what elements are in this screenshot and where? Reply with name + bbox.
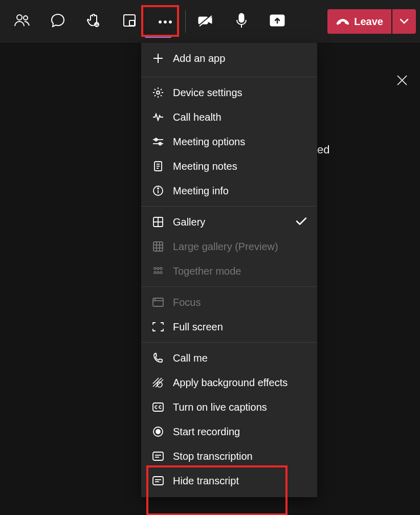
svg-point-9 xyxy=(169,21,172,24)
raise-hand-button[interactable] xyxy=(76,0,112,43)
menu-meeting-options[interactable]: Meeting options xyxy=(141,129,317,154)
raise-hand-icon xyxy=(86,13,101,30)
grid-2x2-icon xyxy=(152,216,164,228)
people-icon xyxy=(14,14,30,29)
share-screen-icon xyxy=(270,14,285,29)
menu-label: Start recording xyxy=(173,426,240,438)
menu-label: Hide transcript xyxy=(173,475,239,487)
svg-rect-58 xyxy=(153,477,163,485)
menu-gallery[interactable]: Gallery xyxy=(141,210,317,234)
svg-point-3 xyxy=(96,24,96,24)
menu-call-me[interactable]: Call me xyxy=(141,346,317,370)
menu-label: Stop transcription xyxy=(173,451,253,462)
leave-label: Leave xyxy=(354,16,383,28)
menu-label: Call me xyxy=(173,352,208,364)
menu-label: Large gallery (Preview) xyxy=(173,241,278,253)
breakout-rooms-icon xyxy=(123,14,136,29)
svg-point-54 xyxy=(156,430,160,434)
svg-point-30 xyxy=(158,188,159,189)
svg-rect-34 xyxy=(153,242,163,251)
grid-3x3-icon xyxy=(152,241,164,252)
svg-point-42 xyxy=(154,272,156,274)
focus-icon xyxy=(152,297,164,308)
chat-button[interactable] xyxy=(40,0,76,43)
svg-point-39 xyxy=(154,267,156,270)
chat-icon xyxy=(51,13,65,30)
breakout-rooms-button[interactable] xyxy=(112,0,147,43)
svg-point-0 xyxy=(17,15,22,20)
camera-off-icon xyxy=(198,14,213,29)
phone-icon xyxy=(152,352,164,364)
leave-button[interactable]: Leave xyxy=(327,9,391,34)
meeting-toolbar: Leave xyxy=(0,0,420,43)
svg-point-43 xyxy=(157,272,159,274)
active-underline xyxy=(145,36,171,38)
svg-point-41 xyxy=(160,267,162,270)
mic-icon xyxy=(236,13,247,30)
svg-point-1 xyxy=(24,16,28,20)
menu-label: Turn on live captions xyxy=(173,401,267,413)
panel-close-button[interactable] xyxy=(396,75,408,88)
svg-point-8 xyxy=(164,21,167,24)
menu-label: Meeting notes xyxy=(173,161,237,172)
menu-device-settings[interactable]: Device settings xyxy=(141,80,317,105)
checkmark-icon xyxy=(296,216,307,228)
background-effects-icon xyxy=(152,377,164,388)
menu-start-recording[interactable]: Start recording xyxy=(141,419,317,444)
menu-large-gallery: Large gallery (Preview) xyxy=(141,234,317,259)
menu-hide-transcript[interactable]: Hide transcript xyxy=(141,468,317,493)
mic-button[interactable] xyxy=(224,0,259,43)
menu-label: Add an app xyxy=(173,53,225,64)
menu-focus: Focus xyxy=(141,290,317,315)
svg-rect-6 xyxy=(129,20,135,26)
more-actions-menu: Add an app Device settings Call health M… xyxy=(141,43,317,497)
sliders-icon xyxy=(152,136,164,147)
menu-label: Full screen xyxy=(173,321,223,333)
svg-rect-52 xyxy=(153,403,163,411)
menu-background-effects[interactable]: Apply background effects xyxy=(141,370,317,395)
menu-separator xyxy=(141,286,317,287)
together-icon xyxy=(152,265,164,277)
menu-stop-transcription[interactable]: Stop transcription xyxy=(141,444,317,468)
hangup-icon xyxy=(336,16,350,28)
menu-together-mode: Together mode xyxy=(141,259,317,283)
close-icon xyxy=(396,79,408,87)
chevron-down-icon xyxy=(400,17,409,26)
svg-point-19 xyxy=(157,91,160,94)
leave-options-button[interactable] xyxy=(392,9,416,34)
menu-call-health[interactable]: Call health xyxy=(141,105,317,129)
menu-separator xyxy=(141,77,317,77)
menu-meeting-notes[interactable]: Meeting notes xyxy=(141,154,317,178)
menu-label: Device settings xyxy=(173,87,242,99)
svg-rect-12 xyxy=(239,13,244,23)
svg-point-4 xyxy=(97,24,98,24)
toolbar-separator xyxy=(185,10,186,33)
menu-label: Meeting info xyxy=(173,185,229,197)
leave-group: Leave xyxy=(327,9,416,34)
fullscreen-icon xyxy=(152,321,164,332)
menu-label: Gallery xyxy=(173,216,205,228)
menu-label: Focus xyxy=(173,297,201,308)
menu-meeting-info[interactable]: Meeting info xyxy=(141,178,317,203)
svg-rect-55 xyxy=(153,452,163,460)
participants-button[interactable] xyxy=(4,0,40,43)
record-icon xyxy=(152,426,164,437)
notes-icon xyxy=(152,161,164,172)
plus-icon xyxy=(152,53,164,64)
menu-add-app[interactable]: Add an app xyxy=(141,43,317,74)
info-icon xyxy=(152,185,164,196)
svg-point-44 xyxy=(160,272,162,274)
svg-point-7 xyxy=(159,21,162,24)
menu-live-captions[interactable]: Turn on live captions xyxy=(141,395,317,419)
menu-full-screen[interactable]: Full screen xyxy=(141,315,317,339)
gear-icon xyxy=(152,87,164,98)
menu-separator xyxy=(141,206,317,207)
menu-label: Apply background effects xyxy=(173,377,288,389)
transcript-icon xyxy=(152,475,164,486)
camera-button[interactable] xyxy=(188,0,224,43)
menu-label: Meeting options xyxy=(173,136,245,148)
share-button[interactable] xyxy=(259,0,295,43)
more-icon xyxy=(158,17,172,26)
transcript-icon xyxy=(152,451,164,462)
menu-separator xyxy=(141,342,317,343)
